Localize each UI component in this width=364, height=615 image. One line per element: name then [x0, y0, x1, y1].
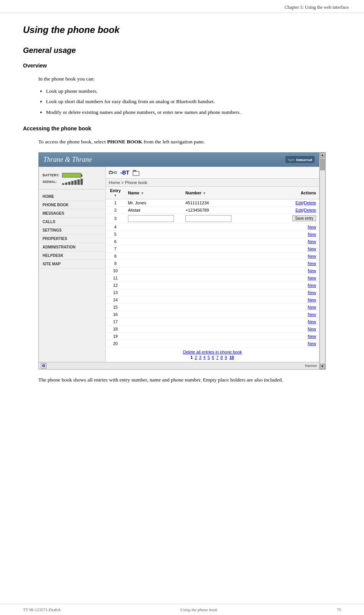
new-entry-link[interactable]: New [308, 298, 316, 302]
new-entry-link[interactable]: New [308, 334, 316, 339]
new-entry-link[interactable]: New [308, 276, 316, 280]
name-cell [125, 223, 182, 230]
actions-cell: New [251, 325, 319, 332]
number-cell [182, 245, 251, 252]
delete-link[interactable]: Delete [304, 208, 316, 212]
entry-cell: 16 [106, 311, 125, 318]
table-row: 12New [106, 281, 319, 289]
screenshot-container: ▲ ▼ Thrane & Thrane bgan inmarsat BATTER… [38, 152, 326, 370]
scrollbar-thumb[interactable] [320, 159, 325, 170]
number-cell [182, 311, 251, 318]
section-general-usage: General usage [23, 46, 341, 55]
edit-link[interactable]: Edit [295, 201, 303, 205]
number-cell [182, 303, 251, 311]
nav-item-properties[interactable]: PROPERTIES [39, 235, 105, 243]
page-2[interactable]: 2 [195, 355, 197, 360]
save-entry-button[interactable]: Save entry [292, 215, 316, 221]
number-sort-arrow[interactable]: ▼ [203, 191, 206, 195]
entry-cell: 4 [106, 223, 125, 230]
new-entry-link[interactable]: New [308, 305, 316, 309]
actions-cell: New [251, 260, 319, 267]
footer-center: Using the phone book [180, 607, 217, 612]
table-row: 4New [106, 223, 319, 230]
number-input[interactable] [185, 215, 231, 222]
table-row: 10New [106, 267, 319, 274]
scroll-down-button[interactable]: ▼ [320, 364, 325, 369]
new-entry-link[interactable]: New [308, 341, 316, 346]
nav-item-home[interactable]: HOME [39, 192, 105, 201]
page-6[interactable]: 6 [212, 355, 214, 360]
actions-cell: New [251, 296, 319, 303]
number-cell [182, 281, 251, 289]
new-entry-link[interactable]: New [308, 290, 316, 295]
page-3[interactable]: 3 [199, 355, 201, 360]
scrollbar-track[interactable] [320, 158, 325, 364]
name-sort-arrow[interactable]: ▼ [141, 191, 144, 195]
page-7[interactable]: 7 [216, 355, 218, 360]
signal-bar-5 [74, 180, 77, 185]
nav-item-settings[interactable]: SETTINGS [39, 226, 105, 235]
delete-all-link[interactable]: Delete all entries in phone book [183, 350, 242, 354]
signal-row: SIGNAL: [43, 179, 102, 185]
nav-item-messages[interactable]: MESSAGES [39, 209, 105, 218]
svg-text:e: e [43, 364, 45, 368]
table-row: 14New [106, 296, 319, 303]
actions-cell: Edit/Delete [251, 199, 319, 206]
col-header-name: Name ▼ [125, 187, 182, 199]
svg-rect-4 [133, 171, 139, 176]
actions-cell: Edit/Delete [251, 206, 319, 214]
new-entry-link[interactable]: New [308, 254, 316, 258]
number-cell [182, 340, 251, 347]
new-entry-link[interactable]: New [308, 283, 316, 288]
name-cell[interactable] [125, 214, 182, 223]
site-header: Thrane & Thrane bgan inmarsat [39, 153, 319, 167]
entry-cell: 12 [106, 281, 125, 289]
nav-item-calls[interactable]: CALLS [39, 218, 105, 226]
name-cell [125, 281, 182, 289]
new-entry-link[interactable]: New [308, 327, 316, 331]
delete-link[interactable]: Delete [304, 201, 316, 205]
entry-cell: 20 [106, 340, 125, 347]
new-entry-link[interactable]: New [308, 319, 316, 324]
nav-item-helpdesk[interactable]: HELPDESK [39, 252, 105, 260]
new-entry-link[interactable]: New [308, 247, 316, 251]
battery-tip [81, 174, 82, 177]
scrollbar[interactable]: ▲ ▼ [319, 153, 325, 369]
name-cell [125, 230, 182, 238]
col-header-actions: Actions [251, 187, 319, 199]
number-cell: +123456789 [182, 206, 251, 214]
page-5[interactable]: 5 [208, 355, 210, 360]
toolbar: -BT [106, 167, 319, 179]
name-cell [125, 340, 182, 347]
number-cell [182, 238, 251, 245]
entry-cell: 5 [106, 230, 125, 238]
page-4[interactable]: 4 [203, 355, 206, 360]
scroll-up-button[interactable]: ▲ [320, 153, 325, 158]
overview-intro: In the phone book you can: [38, 75, 341, 83]
table-row: 13New [106, 289, 319, 296]
new-entry-link[interactable]: New [308, 225, 316, 229]
new-entry-link[interactable]: New [308, 312, 316, 317]
entry-sort-arrow[interactable]: ▼ [114, 194, 117, 197]
svg-rect-1 [110, 171, 111, 172]
bullet-2: Look up short dial numbers for easy dial… [46, 97, 341, 106]
nav-item-site-map[interactable]: SITE MAP [39, 260, 105, 268]
name-input[interactable] [128, 215, 174, 222]
new-entry-link[interactable]: New [308, 239, 316, 244]
bullet-1: Look up phone numbers. [46, 87, 341, 95]
page-header: Chapter 5: Using the web interface [0, 0, 364, 13]
actions-cell: New [251, 289, 319, 296]
new-entry-link[interactable]: New [308, 232, 316, 237]
new-entry-link[interactable]: New [308, 261, 316, 266]
new-entry-link[interactable]: New [308, 268, 316, 273]
nav-item-administration[interactable]: ADMINISTRATION [39, 243, 105, 252]
page-9[interactable]: 9 [225, 355, 227, 360]
entry-cell: 13 [106, 289, 125, 296]
page-10[interactable]: 10 [229, 355, 234, 360]
nav-item-phone-book[interactable]: PHONE BOOK [39, 201, 105, 209]
internet-label: Internet [305, 363, 317, 368]
number-cell[interactable] [182, 214, 251, 223]
footer-left: TT 98-123571-DraftA [23, 607, 61, 612]
edit-link[interactable]: Edit [295, 208, 303, 212]
page-8[interactable]: 8 [220, 355, 223, 360]
